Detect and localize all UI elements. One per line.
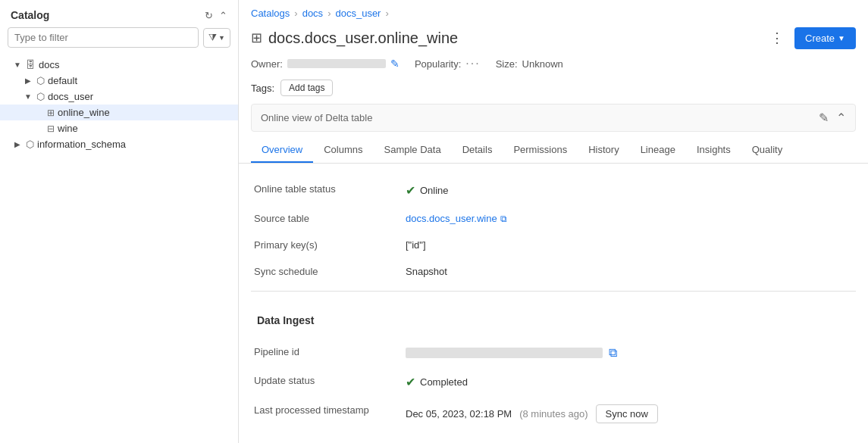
breadcrumb-sep: ›	[294, 8, 297, 19]
field-label: Source table	[251, 205, 403, 232]
field-label: Sync schedule	[251, 258, 403, 285]
divider-row	[251, 285, 856, 298]
sidebar-item-online-wine[interactable]: ⊞ online_wine	[0, 105, 238, 120]
chevron-icon: ▼	[23, 92, 33, 101]
catalog-tree: ▼ 🗄 docs ▶ ⬡ default ▼ ⬡ docs_user ⊞ onl…	[0, 55, 238, 443]
online-table-page-icon: ⊞	[251, 30, 262, 46]
tab-details[interactable]: Details	[452, 138, 503, 163]
filter-icon: ⧩	[208, 32, 217, 44]
table-icon: ⊟	[47, 123, 55, 134]
timestamp-cell: Dec 05, 2023, 02:18 PM (8 minutes ago) S…	[406, 404, 853, 423]
breadcrumb-catalogs[interactable]: Catalogs	[251, 8, 290, 19]
timestamp-value: Dec 05, 2023, 02:18 PM	[406, 408, 512, 420]
edit-delta-icon[interactable]: ✎	[819, 111, 829, 125]
tab-columns[interactable]: Columns	[313, 138, 373, 163]
ago-text: (8 minutes ago)	[519, 408, 588, 420]
delta-banner-text: Online view of Delta table	[261, 112, 372, 123]
breadcrumb-docs[interactable]: docs	[302, 8, 323, 19]
main-content: Catalogs › docs › docs_user › ⊞ docs.doc…	[239, 0, 868, 443]
delta-banner: Online view of Delta table ✎ ⌃	[251, 104, 856, 132]
data-ingest-heading: Data Ingest	[254, 305, 853, 331]
breadcrumb-sep: ›	[385, 8, 388, 19]
tab-insights[interactable]: Insights	[686, 138, 741, 163]
source-table-text: docs.docs_user.wine	[406, 213, 497, 224]
chevron-icon: ▶	[12, 140, 23, 148]
sidebar-item-wine[interactable]: ⊟ wine	[0, 120, 238, 136]
check-circle-icon: ✔	[406, 183, 415, 198]
sidebar-item-docs-user[interactable]: ▼ ⬡ docs_user	[0, 89, 238, 105]
search-input[interactable]	[8, 27, 199, 48]
collapse-icon[interactable]: ⌃	[219, 10, 227, 21]
breadcrumb: Catalogs › docs › docs_user ›	[239, 0, 868, 23]
table-row: Source table docs.docs_user.wine ⧉	[251, 205, 856, 232]
sidebar: Catalog ↻ ⌃ ⧩ ▼ ▼ 🗄 docs ▶ ⬡ default	[0, 0, 239, 443]
create-label: Create	[805, 33, 835, 44]
sidebar-header: Catalog ↻ ⌃	[0, 0, 238, 27]
update-status: ✔ Completed	[406, 375, 853, 389]
sidebar-item-information-schema[interactable]: ▶ ⬡ information_schema	[0, 136, 238, 152]
table-row: Primary key(s) ["id"]	[251, 232, 856, 258]
schema-icon: ⬡	[36, 75, 45, 86]
field-value: Dec 05, 2023, 02:18 PM (8 minutes ago) S…	[403, 397, 856, 431]
sidebar-header-icons[interactable]: ↻ ⌃	[205, 10, 227, 21]
sidebar-item-label: information_schema	[37, 139, 126, 150]
update-status-text: Completed	[420, 376, 468, 388]
field-value: docs.docs_user.wine ⧉	[403, 205, 856, 232]
section-heading-row: Data Ingest	[251, 298, 856, 338]
meta-row: Owner: ✎ Popularity: ··· Size: Unknown	[239, 55, 868, 76]
overview-table: Online table status ✔ Online Source tabl…	[251, 176, 856, 431]
tab-permissions[interactable]: Permissions	[503, 138, 578, 163]
tab-overview[interactable]: Overview	[251, 138, 313, 163]
schema-icon: ⬡	[36, 91, 45, 102]
sidebar-item-label: default	[48, 75, 77, 86]
collapse-delta-icon[interactable]: ⌃	[836, 111, 846, 125]
page-header-left: ⊞ docs.docs_user.online_wine	[251, 30, 458, 47]
open-pipeline-icon[interactable]: ⧉	[609, 346, 617, 360]
breadcrumb-docs-user[interactable]: docs_user	[335, 8, 381, 19]
field-label: Online table status	[251, 176, 403, 205]
tab-lineage[interactable]: Lineage	[630, 138, 686, 163]
sidebar-item-default[interactable]: ▶ ⬡ default	[0, 73, 238, 89]
pipeline-id-bar	[406, 348, 603, 358]
breadcrumb-sep: ›	[327, 8, 331, 19]
filter-button[interactable]: ⧩ ▼	[203, 28, 230, 48]
table-row: Online table status ✔ Online	[251, 176, 856, 205]
popularity-value: ···	[465, 57, 480, 70]
table-row: Pipeline id ⧉	[251, 338, 856, 367]
database-icon: 🗄	[26, 59, 36, 70]
delta-banner-actions: ✎ ⌃	[819, 111, 846, 125]
field-value: ⧉	[403, 338, 856, 367]
sidebar-title: Catalog	[11, 9, 49, 21]
sidebar-item-docs[interactable]: ▼ 🗄 docs	[0, 57, 238, 73]
sync-now-button[interactable]: Sync now	[596, 404, 658, 423]
owner-label: Owner:	[251, 58, 283, 70]
size-meta: Size: Unknown	[496, 58, 563, 70]
sidebar-item-label: wine	[58, 123, 78, 134]
create-chevron-icon: ▼	[838, 34, 845, 42]
tabs-bar: Overview Columns Sample Data Details Per…	[239, 138, 868, 164]
more-options-button[interactable]: ⋮	[766, 27, 788, 49]
refresh-icon[interactable]: ↻	[205, 10, 213, 21]
source-table-link[interactable]: docs.docs_user.wine ⧉	[406, 213, 853, 224]
edit-owner-icon[interactable]: ✎	[390, 58, 400, 70]
popularity-meta: Popularity: ···	[415, 57, 481, 70]
popularity-label: Popularity:	[415, 58, 461, 70]
tab-history[interactable]: History	[578, 138, 629, 163]
tab-sample-data[interactable]: Sample Data	[373, 138, 451, 163]
tab-quality[interactable]: Quality	[741, 138, 793, 163]
sidebar-item-label: online_wine	[58, 107, 110, 118]
sidebar-item-label: docs_user	[48, 91, 93, 102]
check-circle-icon: ✔	[406, 375, 415, 389]
field-label: Last processed timestamp	[251, 397, 403, 431]
online-table-icon: ⊞	[47, 108, 55, 118]
add-tags-button[interactable]: Add tags	[280, 80, 333, 96]
size-value: Unknown	[522, 58, 563, 70]
table-row: Sync schedule Snapshot	[251, 258, 856, 285]
field-value: ✔ Completed	[403, 367, 856, 397]
schema-icon: ⬡	[26, 139, 34, 150]
content-area: Online table status ✔ Online Source tabl…	[239, 164, 868, 443]
table-row: Last processed timestamp Dec 05, 2023, 0…	[251, 397, 856, 431]
create-button[interactable]: Create ▼	[794, 27, 856, 49]
page-title: docs.docs_user.online_wine	[268, 30, 458, 47]
tags-label: Tags:	[251, 83, 274, 94]
